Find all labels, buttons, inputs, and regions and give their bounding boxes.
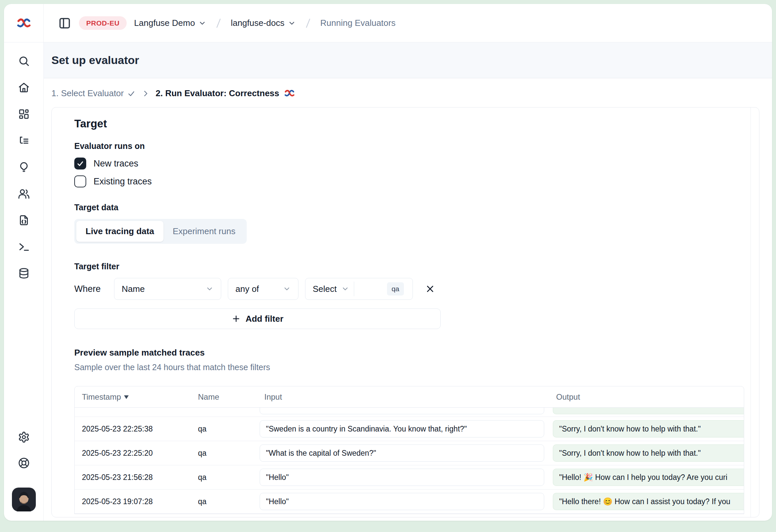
sidebar-item-search[interactable] xyxy=(18,55,30,67)
breadcrumb: PROD-EU Langfuse Demo langfuse-docs Runn… xyxy=(44,4,772,42)
checkbox-new-traces[interactable]: New traces xyxy=(74,158,729,169)
tab-experiment-runs[interactable]: Experiment runs xyxy=(164,221,245,242)
input-cell: "Hello" xyxy=(260,469,544,486)
page-title: Set up evaluator xyxy=(51,54,139,67)
sidebar-item-users[interactable] xyxy=(18,188,30,200)
select-divider xyxy=(354,282,354,296)
users-icon xyxy=(18,188,30,200)
breadcrumb-current-page: Running Evaluators xyxy=(320,18,396,28)
breadcrumb-project[interactable]: langfuse-docs xyxy=(231,18,296,28)
wizard-steps: 1. Select Evaluator 2. Run Evaluator: Co… xyxy=(44,78,772,107)
table-row[interactable]: 2025-05-23 22:25:38 qa "Sweden is a coun… xyxy=(74,417,744,441)
checkbox-existing-traces[interactable]: Existing traces xyxy=(74,175,729,187)
output-cell-fragment xyxy=(553,408,744,414)
column-header-input: Input xyxy=(257,392,549,402)
user-avatar[interactable] xyxy=(12,488,36,511)
target-data-label: Target data xyxy=(74,203,729,212)
table-header-row: Timestamp Name Input Output xyxy=(74,386,744,408)
env-badge[interactable]: PROD-EU xyxy=(79,16,127,30)
name-cell: qa xyxy=(191,497,257,506)
sidebar-item-settings[interactable] xyxy=(18,431,30,443)
sidebar-toggle-button[interactable] xyxy=(58,16,72,30)
table-row[interactable]: 2025-05-23 21:56:28 qa "Hello" "Hello! 🎉… xyxy=(74,465,744,490)
preview-subheading: Sample over the last 24 hours that match… xyxy=(74,363,729,372)
step-run-evaluator[interactable]: 2. Run Evaluator: Correctness xyxy=(156,88,295,99)
preview-heading: Preview sample matched traces xyxy=(74,348,729,358)
filter-operator-select[interactable]: any of xyxy=(228,278,299,300)
file-json-icon xyxy=(18,214,30,226)
avatar-photo xyxy=(12,488,36,511)
list-tree-icon xyxy=(18,135,30,147)
timestamp-cell: 2025-05-23 22:25:38 xyxy=(74,424,191,433)
timestamp-cell: 2025-05-23 22:25:20 xyxy=(74,449,191,458)
column-header-name: Name xyxy=(191,392,257,402)
step-select-evaluator[interactable]: 1. Select Evaluator xyxy=(51,88,136,99)
gear-icon xyxy=(18,431,30,443)
filter-row: Where Name any of Select xyxy=(74,278,729,300)
runs-on-label: Evaluator runs on xyxy=(74,141,729,151)
sidebar-item-dashboards[interactable] xyxy=(18,108,30,120)
sidebar-item-home[interactable] xyxy=(18,81,30,94)
filter-value-chip: qa xyxy=(387,282,404,296)
breadcrumb-separator xyxy=(214,17,223,30)
target-heading: Target xyxy=(74,118,729,130)
name-cell: qa xyxy=(191,424,257,433)
sort-desc-icon xyxy=(124,395,129,399)
sidebar-item-prompts[interactable] xyxy=(18,214,30,226)
input-cell: "Hello" xyxy=(260,493,544,510)
check-icon xyxy=(127,89,136,98)
breadcrumb-separator xyxy=(303,17,313,30)
app-window: PROD-EU Langfuse Demo langfuse-docs Runn… xyxy=(4,4,772,521)
target-data-tabs: Live tracing data Experiment runs xyxy=(74,219,247,244)
table-row-partial[interactable] xyxy=(74,408,744,417)
output-cell: "Sorry, I don't know how to help with th… xyxy=(553,420,744,437)
output-cell: "Hello there! 😊 How can I assist you tod… xyxy=(553,493,744,510)
input-cell-fragment xyxy=(260,408,544,414)
sidebar-item-support[interactable] xyxy=(18,457,30,469)
sidebar-item-evaluation[interactable] xyxy=(18,161,30,173)
life-buoy-icon xyxy=(18,457,30,469)
input-cell: "Sweden is a country in Scandinavia. You… xyxy=(260,420,544,437)
sidebar-item-tracing[interactable] xyxy=(18,135,30,147)
preview-table: Timestamp Name Input Output xyxy=(74,386,744,514)
chevron-down-icon xyxy=(206,285,214,293)
filter-column-select[interactable]: Name xyxy=(114,278,221,300)
checkbox-checked-icon xyxy=(74,158,86,169)
name-cell: qa xyxy=(191,449,257,458)
chevron-right-icon xyxy=(142,90,150,98)
timestamp-cell: 2025-05-23 21:56:28 xyxy=(74,473,191,482)
plus-icon xyxy=(231,314,241,323)
breadcrumb-org[interactable]: Langfuse Demo xyxy=(134,18,206,28)
dashboard-grid-icon xyxy=(18,108,30,120)
chevron-down-icon xyxy=(288,19,296,27)
sidebar-item-playground[interactable] xyxy=(18,241,30,253)
column-header-timestamp[interactable]: Timestamp xyxy=(74,392,191,402)
content-area: Target Evaluator runs on New traces Exis… xyxy=(44,107,772,521)
remove-filter-button[interactable] xyxy=(425,284,435,294)
add-filter-button[interactable]: Add filter xyxy=(74,309,441,329)
checkbox-unchecked-icon xyxy=(74,175,86,187)
langfuse-logo-icon xyxy=(16,18,31,29)
output-cell: "Sorry, I don't know how to help with th… xyxy=(553,445,744,462)
input-cell: "What is the capital of Sweden?" xyxy=(260,445,544,462)
top-bar: PROD-EU Langfuse Demo langfuse-docs Runn… xyxy=(4,4,772,42)
chevron-down-icon xyxy=(198,19,206,27)
column-header-output: Output xyxy=(549,392,744,402)
sidebar-item-datasets[interactable] xyxy=(18,267,30,279)
card-scroll-gutter xyxy=(751,108,751,517)
close-icon xyxy=(425,284,435,294)
checkbox-label: New traces xyxy=(93,159,138,169)
home-icon xyxy=(18,81,30,94)
table-row[interactable]: 2025-05-23 22:25:20 qa "What is the capi… xyxy=(74,441,744,465)
chevron-down-icon xyxy=(341,285,349,293)
filter-value-select[interactable]: Select qa xyxy=(305,278,413,300)
tab-live-tracing-data[interactable]: Live tracing data xyxy=(76,221,164,242)
timestamp-cell: 2025-05-23 19:07:28 xyxy=(74,497,191,506)
page-header: Set up evaluator xyxy=(44,42,772,78)
chevron-down-icon xyxy=(283,285,291,293)
langfuse-logo[interactable] xyxy=(4,4,44,42)
table-row[interactable]: 2025-05-23 19:07:28 qa "Hello" "Hello th… xyxy=(74,490,744,514)
name-cell: qa xyxy=(191,473,257,482)
lightbulb-icon xyxy=(18,161,30,173)
langfuse-logo-icon xyxy=(284,89,295,98)
